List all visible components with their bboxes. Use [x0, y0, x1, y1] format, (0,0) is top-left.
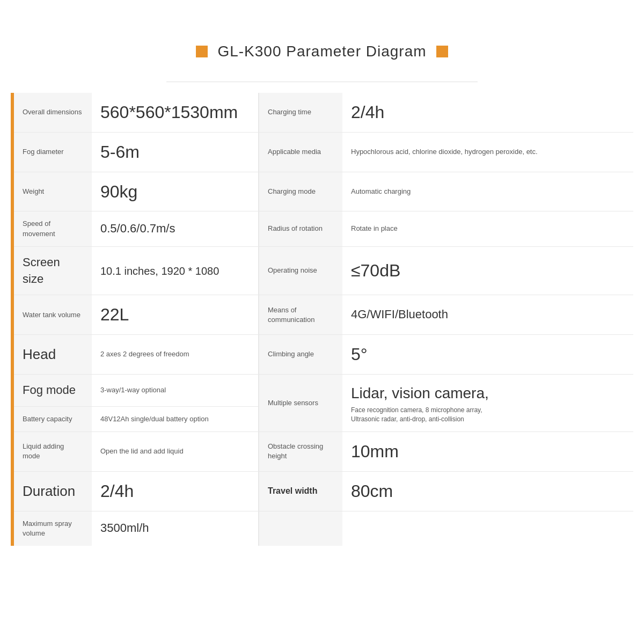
value-multiple-sensors: Lidar, vision camera, Face recognition c… — [342, 374, 633, 431]
page-wrapper: GL-K300 Parameter Diagram Overall dimens… — [0, 0, 644, 644]
label-liquid-adding-mode: Liquid adding mode — [14, 431, 92, 471]
label-operating-noise: Operating noise — [259, 246, 342, 295]
label-applicable-media: Applicable media — [259, 132, 342, 172]
value-screen-size: 10.1 inches, 1920 * 1080 — [92, 246, 258, 295]
label-empty-right — [259, 511, 342, 546]
value-travel-width: 80cm — [342, 471, 633, 511]
table-row: Fog mode 3-way/1-way optional Multiple s… — [14, 374, 633, 406]
table-section: Overall dimensions 560*560*1530mm Chargi… — [11, 93, 633, 546]
label-screen-size: Screen size — [14, 246, 92, 295]
label-charging-time: Charging time — [259, 93, 342, 132]
value-charging-mode: Automatic charging — [342, 172, 633, 211]
table-row: Overall dimensions 560*560*1530mm Chargi… — [14, 93, 633, 132]
page-title: GL-K300 Parameter Diagram — [217, 43, 426, 60]
value-water-tank-volume: 22L — [92, 295, 258, 335]
value-liquid-adding-mode: Open the lid and add liquid — [92, 431, 258, 471]
value-fog-mode: 3-way/1-way optional — [92, 374, 258, 406]
table-row: Screen size 10.1 inches, 1920 * 1080 Ope… — [14, 246, 633, 295]
value-weight: 90kg — [92, 172, 258, 211]
value-applicable-media: Hypochlorous acid, chlorine dioxide, hyd… — [342, 132, 633, 172]
table-row: Duration 2/4h Travel width 80cm — [14, 471, 633, 511]
table-row: Weight 90kg Charging mode Automatic char… — [14, 172, 633, 211]
table-row: Fog diameter 5-6m Applicable media Hypoc… — [14, 132, 633, 172]
table-row: Speed of movement 0.5/0.6/0.7m/s Radius … — [14, 211, 633, 246]
label-overall-dimensions: Overall dimensions — [14, 93, 92, 132]
label-means-of-communication: Means of communication — [259, 295, 342, 335]
value-empty-right — [342, 511, 633, 546]
label-duration: Duration — [14, 471, 92, 511]
orange-square-left — [196, 46, 208, 57]
value-duration: 2/4h — [92, 471, 258, 511]
value-overall-dimensions: 560*560*1530mm — [92, 93, 258, 132]
value-max-spray-volume: 3500ml/h — [92, 511, 258, 546]
label-fog-mode: Fog mode — [14, 374, 92, 406]
sensors-small-text-1: Face recognition camera, 8 microphone ar… — [351, 406, 625, 415]
value-obstacle-crossing-height: 10mm — [342, 431, 633, 471]
value-charging-time: 2/4h — [342, 93, 633, 132]
label-climbing-angle: Climbing angle — [259, 335, 342, 375]
value-radius-of-rotation: Rotate in place — [342, 211, 633, 246]
value-means-of-communication: 4G/WIFI/Bluetooth — [342, 295, 633, 335]
value-speed-of-movement: 0.5/0.6/0.7m/s — [92, 211, 258, 246]
label-travel-width: Travel width — [259, 471, 342, 511]
divider-line — [166, 82, 478, 82]
label-speed-of-movement: Speed of movement — [14, 211, 92, 246]
label-multiple-sensors: Multiple sensors — [259, 374, 342, 431]
value-battery-capacity: 48V12Ah single/dual battery option — [92, 406, 258, 431]
label-weight: Weight — [14, 172, 92, 211]
label-battery-capacity: Battery capacity — [14, 406, 92, 431]
label-water-tank-volume: Water tank volume — [14, 295, 92, 335]
orange-square-right — [436, 46, 448, 57]
table-row: Water tank volume 22L Means of communica… — [14, 295, 633, 335]
sensors-small-text-2: Ultrasonic radar, anti-drop, anti-collis… — [351, 415, 625, 424]
label-max-spray-volume: Maximum spray volume — [14, 511, 92, 546]
label-charging-mode: Charging mode — [259, 172, 342, 211]
header-section: GL-K300 Parameter Diagram — [0, 0, 644, 82]
label-head: Head — [14, 335, 92, 375]
label-radius-of-rotation: Radius of rotation — [259, 211, 342, 246]
value-head: 2 axes 2 degrees of freedom — [92, 335, 258, 375]
label-obstacle-crossing-height: Obstacle crossing height — [259, 431, 342, 471]
value-operating-noise: ≤70dB — [342, 246, 633, 295]
param-table: Overall dimensions 560*560*1530mm Chargi… — [14, 93, 633, 546]
label-fog-diameter: Fog diameter — [14, 132, 92, 172]
table-row: Maximum spray volume 3500ml/h — [14, 511, 633, 546]
value-climbing-angle: 5° — [342, 335, 633, 375]
table-row: Head 2 axes 2 degrees of freedom Climbin… — [14, 335, 633, 375]
value-fog-diameter: 5-6m — [92, 132, 258, 172]
table-row: Liquid adding mode Open the lid and add … — [14, 431, 633, 471]
sensors-large-text: Lidar, vision camera, — [351, 383, 625, 404]
